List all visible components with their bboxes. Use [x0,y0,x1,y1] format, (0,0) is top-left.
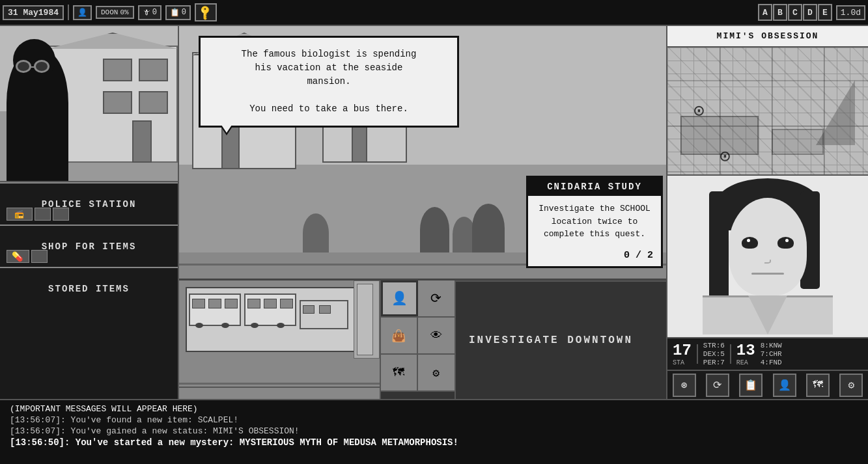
sta-block: 17 STA [673,342,692,366]
stats-mini-left: STR:6 DEX:5 PER:7 [703,342,725,366]
action-bar: INVESTIGATE DOWNTOWN [456,280,666,399]
icon-row-1: 👤 ⟳ [381,280,455,318]
dialogue-tail-inner [221,125,232,133]
right-map-area: ⊙ ⊙ [667,48,868,174]
quest-progress: 0 / 2 [528,247,661,266]
right-panel: MIMI'S OBSESSION ⊙ ⊙ [666,26,868,399]
doon-meter: DOON 0% [96,6,134,19]
quest-title: CNIDARIA STUDY [528,178,661,196]
hud-letter-a[interactable]: A [758,4,772,21]
version-display: 1.0d [836,5,865,20]
icon-bag: 👜 [391,329,406,343]
message-line-4: [13:56:50]: You've started a new mystery… [10,437,858,448]
right-panel-title: MIMI'S OBSESSION [667,26,868,48]
str-stat: STR:6 [703,342,725,349]
hud-letter-e[interactable]: E [818,4,832,21]
police-icon-3 [53,208,69,221]
location-thumbnail [179,280,381,399]
dex-stat: DEX:5 [703,350,725,358]
icon-eye: 👁 [430,329,442,342]
hud-letter-d[interactable]: D [803,4,817,21]
message-line-2: [13:56:07]: You've found a new item: SCA… [10,415,858,425]
rb-icon-6[interactable]: ⚙ [839,374,863,397]
side-icons: 👤 ⟳ 👜 👁 [381,280,456,399]
dialogue-box: The famous biologist is spending his vac… [199,36,459,128]
location-label-text: INVESTIGATE DOWNTOWN [469,334,633,346]
stats-mini-right: 8:KNW 7:CHR 4:FND [761,342,782,366]
chr-stat: 7:CHR [761,350,782,358]
key-group: 🔑 [195,3,217,21]
game-container: 31 May1984 👤 DOON 0% 🗡 0 📋 0 🔑 A B [0,0,868,464]
portrait-area [0,26,178,182]
hud-letter-b[interactable]: B [773,4,787,21]
icon-gear: ⚙ [432,366,440,380]
fnd-stat: 4:FND [761,359,782,366]
knw-stat: 8:KNW [761,342,782,349]
top-hud: 31 May1984 👤 DOON 0% 🗡 0 📋 0 🔑 A B [0,0,868,26]
hud-separator-1 [68,5,69,20]
per-stat: PER:7 [703,359,725,366]
rb-icon-2[interactable]: ⟳ [706,374,729,397]
stat1-value: 0 [152,8,157,17]
rea-block: 13 REA [736,342,755,366]
nav-buttons: POLICE STATION 📻 SHOP FOR ITEMS 💊 [0,182,178,399]
right-panel-inner: MIMI'S OBSESSION ⊙ ⊙ [667,26,868,399]
message-line-3: [13:56:07]: You've gained a new status: … [10,426,858,436]
stat2-icon: 📋 [170,8,180,18]
sta-label: STA [673,359,692,366]
stat2-value: 0 [182,8,186,17]
character-face-area [667,174,868,337]
center-panel: The famous biologist is spending his vac… [179,26,666,399]
rb-icon-3[interactable]: 📋 [739,374,763,397]
rea-value: 13 [736,342,755,359]
icon-cell-rotate[interactable]: ⟳ [418,280,455,316]
icon-cell-gear[interactable]: ⚙ [418,355,455,390]
stored-items-label: STORED ITEMS [48,284,130,294]
bottom-message-bar: (IMPORTANT MESSAGES WILL APPEAR HERE) [1… [0,399,868,464]
icon-cell-map[interactable]: 🗺 [381,355,418,390]
doon-label: DOON [101,8,118,16]
right-bottom-icons: ⊛ ⟳ 📋 👤 🗺 ⚙ [667,370,868,399]
stats-row: 17 STA STR:6 DEX:5 PER:7 [667,337,868,370]
icon-cell-eye[interactable]: 👁 [418,318,455,353]
shop-button[interactable]: SHOP FOR ITEMS 💊 [0,225,178,267]
message-line-1: (IMPORTANT MESSAGES WILL APPEAR HERE) [10,404,858,414]
icon-cell-bag[interactable]: 👜 [381,318,418,353]
key-icon: 🔑 [197,3,215,21]
police-icon-2 [35,208,51,221]
rb-icon-4[interactable]: 👤 [773,374,796,397]
shop-label: SHOP FOR ITEMS [42,241,137,252]
rb-icon-5[interactable]: 🗺 [806,374,830,397]
lower-area: 👤 ⟳ 👜 👁 [179,279,666,399]
stat1-group: 🗡 0 [138,5,161,20]
location-label: INVESTIGATE DOWNTOWN [456,280,666,399]
character-portrait [667,176,868,337]
icon-map: 🗺 [393,366,404,379]
icon-row-3: 🗺 ⚙ [381,355,455,392]
police-station-button[interactable]: POLICE STATION 📻 [0,182,178,225]
stat1-icon: 🗡 [143,8,150,18]
stat2-group: 📋 0 [165,5,191,20]
police-icon-1: 📻 [7,208,33,221]
icon-rotate: ⟳ [430,290,441,307]
shop-icon-1: 💊 [7,250,29,263]
character-icon: 👤 [77,8,87,18]
quest-panel: CNIDARIA STUDY Investigate the SCHOOL lo… [526,176,663,268]
rea-label: REA [736,359,755,366]
stored-items-button[interactable]: STORED ITEMS [0,267,178,309]
left-panel: POLICE STATION 📻 SHOP FOR ITEMS 💊 [0,26,179,399]
icon-cell-magnify[interactable]: 👤 [381,280,418,316]
shop-icon-2 [31,250,48,263]
rb-icon-1[interactable]: ⊛ [673,374,696,397]
main-area: POLICE STATION 📻 SHOP FOR ITEMS 💊 [0,26,868,399]
quest-body: Investigate the SCHOOL location twice to… [528,196,661,247]
icon-person: 👤 [391,290,408,307]
map-grid: ⊙ ⊙ [667,48,868,174]
character-hud-group: 👤 [73,5,92,20]
doon-value: 0% [120,8,128,16]
date-display: 31 May1984 [3,5,64,20]
hud-letter-c[interactable]: C [788,4,802,21]
icon-row-2: 👜 👁 [381,318,455,355]
stat-divider-1 [697,344,698,364]
hud-letters: A B C D E [758,4,832,21]
